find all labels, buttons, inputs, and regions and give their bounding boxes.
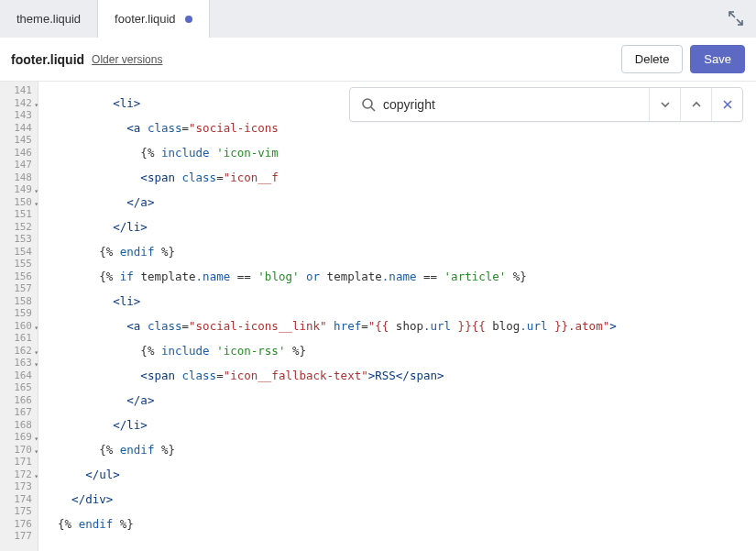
line-number: 155 <box>0 258 38 270</box>
line-number: 153 <box>0 233 38 246</box>
line-number: 161 <box>0 332 38 345</box>
line-number: 165 <box>0 381 38 394</box>
line-number: 166 <box>0 394 38 407</box>
unsaved-dot-icon <box>185 16 192 23</box>
line-number: 157 <box>0 282 38 295</box>
search-box <box>349 87 743 122</box>
line-number: 151 <box>0 208 38 221</box>
line-number: 169▾ <box>0 431 38 444</box>
tab-label: theme.liquid <box>16 12 81 26</box>
line-number: 158 <box>0 295 38 308</box>
line-number: 150▾ <box>0 196 38 209</box>
line-number-gutter: 141142▾143144145146147148149▾150▾1511521… <box>0 82 38 551</box>
line-number: 159 <box>0 307 38 320</box>
expand-icon[interactable] <box>727 9 745 28</box>
code-editor: 141142▾143144145146147148149▾150▾1511521… <box>0 82 756 551</box>
line-number: 171 <box>0 456 38 468</box>
line-number: 167 <box>0 406 38 419</box>
line-number: 146 <box>0 147 38 160</box>
line-number: 149▾ <box>0 183 38 196</box>
line-number: 152 <box>0 221 38 234</box>
file-header: footer.liquid Older versions Delete Save <box>0 38 756 82</box>
line-number: 174 <box>0 493 38 506</box>
line-number: 141 <box>0 84 38 97</box>
line-number: 143 <box>0 109 38 122</box>
code-area[interactable]: <li> <a class="social-icons {% include '… <box>38 82 756 551</box>
line-number: 176 <box>0 518 38 531</box>
line-number: 144 <box>0 122 38 135</box>
line-number: 156 <box>0 270 38 283</box>
search-prev-button[interactable] <box>680 88 711 121</box>
tab-bar: theme.liquid footer.liquid <box>0 0 756 38</box>
search-icon <box>361 97 376 112</box>
tab-theme[interactable]: theme.liquid <box>0 0 98 38</box>
line-number: 175 <box>0 505 38 518</box>
line-number: 177 <box>0 530 38 543</box>
line-number: 168 <box>0 419 38 432</box>
line-number: 173 <box>0 480 38 493</box>
file-name: footer.liquid <box>11 52 84 67</box>
line-number: 160▾ <box>0 320 38 333</box>
svg-point-0 <box>363 99 372 108</box>
line-number: 162▾ <box>0 345 38 358</box>
line-number: 170▾ <box>0 444 38 457</box>
line-number: 154 <box>0 246 38 259</box>
line-number: 163▾ <box>0 357 38 369</box>
line-number: 148 <box>0 171 38 184</box>
tab-label: footer.liquid <box>115 12 176 26</box>
line-number: 172▾ <box>0 468 38 481</box>
save-button[interactable]: Save <box>690 45 745 73</box>
older-versions-link[interactable]: Older versions <box>92 53 162 66</box>
search-close-button[interactable] <box>711 88 742 121</box>
line-number: 164 <box>0 369 38 382</box>
line-number: 147 <box>0 159 38 171</box>
search-next-button[interactable] <box>649 88 680 121</box>
delete-button[interactable]: Delete <box>621 45 684 73</box>
tab-footer[interactable]: footer.liquid <box>98 0 210 38</box>
search-input[interactable] <box>383 97 649 112</box>
line-number: 142▾ <box>0 97 38 110</box>
line-number: 145 <box>0 134 38 147</box>
